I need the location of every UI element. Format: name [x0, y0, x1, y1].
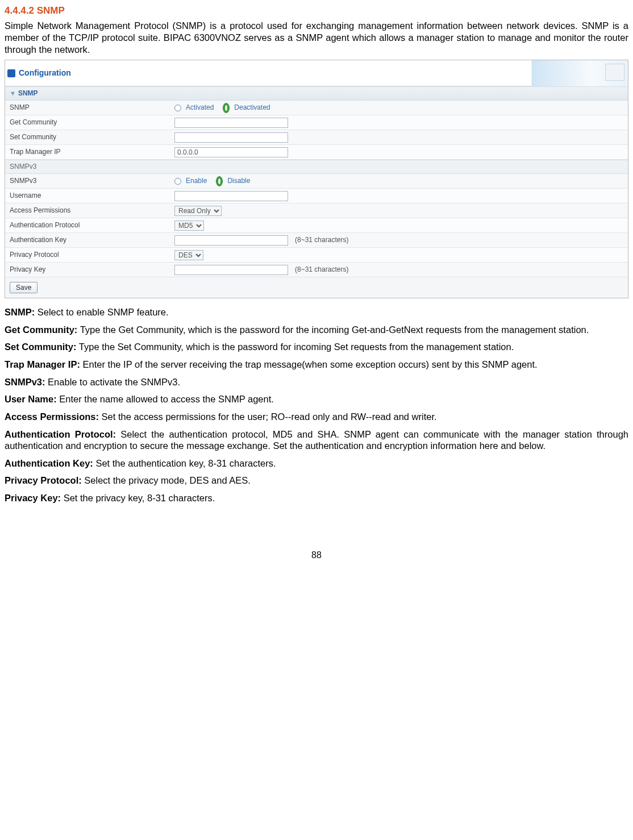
header-art — [531, 60, 628, 86]
label-set-community: Set Community — [10, 133, 174, 142]
radio-deactivated[interactable] — [223, 103, 230, 113]
config-header: Configuration — [5, 60, 628, 86]
priv-key-hint: (8~31 characters) — [295, 265, 348, 274]
label-username: Username — [10, 192, 174, 200]
radio-deactivated-label: Deactivated — [234, 103, 270, 112]
section-snmpv3-header: SNMPv3 — [5, 160, 628, 174]
priv-proto-select[interactable]: DES — [174, 250, 203, 260]
set-community-input[interactable] — [174, 132, 288, 143]
description-term: User Name: — [5, 394, 57, 404]
trap-ip-input[interactable] — [174, 147, 288, 157]
description-term: Access Permissions: — [5, 411, 99, 422]
description-item: Privacy Key: Set the privacy key, 8-31 c… — [5, 492, 628, 504]
label-auth-proto: Authentication Protocol — [10, 221, 174, 230]
row-set-community: Set Community — [5, 130, 628, 145]
auth-key-hint: (8~31 characters) — [295, 236, 348, 244]
label-priv-proto: Privacy Protocol — [10, 251, 174, 259]
label-get-community: Get Community — [10, 118, 174, 127]
description-term: Authentication Protocol: — [5, 429, 116, 439]
description-item: SNMPv3: Enable to activate the SNMPv3. — [5, 376, 628, 388]
radio-enable-label: Enable — [186, 177, 207, 185]
description-item: Get Community: Type the Get Community, w… — [5, 324, 628, 336]
radio-activated[interactable] — [174, 105, 181, 111]
row-priv-proto: Privacy Protocol DES — [5, 248, 628, 263]
description-item: SNMP: Select to enable SNMP feature. — [5, 306, 628, 318]
radio-enable[interactable] — [174, 178, 181, 185]
radio-disable-label: Disable — [227, 177, 250, 185]
radio-activated-label: Activated — [186, 103, 214, 112]
row-username: Username — [5, 189, 628, 203]
config-screenshot: Configuration ▼SNMP SNMP Activated Deact… — [5, 60, 628, 298]
description-term: Authentication Key: — [5, 458, 93, 468]
get-community-input[interactable] — [174, 118, 288, 128]
description-item: Privacy Protocol: Select the privacy mod… — [5, 475, 628, 486]
section-snmp-label: SNMP — [18, 89, 38, 97]
description-item: Authentication Key: Set the authenticati… — [5, 458, 628, 469]
section-snmp-header: ▼SNMP — [5, 86, 628, 101]
save-button[interactable]: Save — [10, 282, 38, 293]
radio-disable[interactable] — [216, 176, 223, 186]
description-term: SNMPv3: — [5, 377, 45, 387]
row-get-community: Get Community — [5, 115, 628, 130]
label-priv-key: Privacy Key — [10, 265, 174, 274]
row-access: Access Permissions Read Only — [5, 203, 628, 218]
config-icon — [7, 69, 15, 77]
description-item: Access Permissions: Set the access permi… — [5, 411, 628, 423]
chevron-down-icon: ▼ — [10, 90, 16, 97]
description-term: Privacy Protocol: — [5, 475, 82, 485]
label-auth-key: Authentication Key — [10, 236, 174, 244]
description-term: Set Community: — [5, 342, 77, 352]
description-term: Get Community: — [5, 325, 77, 335]
label-snmp: SNMP — [10, 103, 174, 112]
description-text: Set the access permissions for the user;… — [99, 411, 437, 422]
auth-key-input[interactable] — [174, 235, 288, 246]
auth-proto-select[interactable]: MD5 — [174, 221, 204, 231]
config-footer: Save — [5, 277, 628, 298]
description-text: Enter the name allowed to access the SNM… — [57, 394, 274, 404]
username-input[interactable] — [174, 191, 288, 201]
row-snmp: SNMP Activated Deactivated — [5, 101, 628, 115]
row-trap-ip: Trap Manager IP — [5, 145, 628, 160]
priv-key-input[interactable] — [174, 265, 288, 275]
description-item: User Name: Enter the name allowed to acc… — [5, 393, 628, 405]
description-term: Trap Manager IP: — [5, 359, 80, 369]
row-auth-key: Authentication Key (8~31 characters) — [5, 233, 628, 248]
access-select[interactable]: Read Only — [174, 206, 222, 216]
description-text: Enter the IP of the server receiving the… — [80, 359, 538, 369]
description-text: Type the Set Community, which is the pas… — [77, 342, 514, 352]
config-title: Configuration — [19, 68, 71, 78]
row-auth-proto: Authentication Protocol MD5 — [5, 218, 628, 233]
row-snmpv3: SNMPv3 Enable Disable — [5, 174, 628, 189]
label-snmpv3: SNMPv3 — [10, 177, 174, 185]
description-item: Trap Manager IP: Enter the IP of the ser… — [5, 359, 628, 371]
description-text: Set the authentication key, 8-31 charact… — [93, 458, 276, 468]
description-text: Type the Get Community, which is the pas… — [77, 325, 589, 335]
label-trap-ip: Trap Manager IP — [10, 148, 174, 156]
description-term: SNMP: — [5, 307, 35, 317]
description-text: Enable to activate the SNMPv3. — [45, 377, 181, 387]
page-number: 88 — [5, 550, 628, 561]
description-text: Select to enable SNMP feature. — [35, 307, 168, 317]
row-priv-key: Privacy Key (8~31 characters) — [5, 263, 628, 277]
intro-paragraph: Simple Network Management Protocol (SNMP… — [5, 20, 628, 55]
description-item: Authentication Protocol: Select the auth… — [5, 429, 628, 452]
label-access: Access Permissions — [10, 206, 174, 215]
description-text: Select the privacy mode, DES and AES. — [82, 475, 251, 485]
section-heading: 4.4.4.2 SNMP — [5, 5, 628, 16]
description-term: Privacy Key: — [5, 493, 61, 503]
description-item: Set Community: Type the Set Community, w… — [5, 341, 628, 353]
description-text: Set the privacy key, 8-31 characters. — [61, 493, 215, 503]
